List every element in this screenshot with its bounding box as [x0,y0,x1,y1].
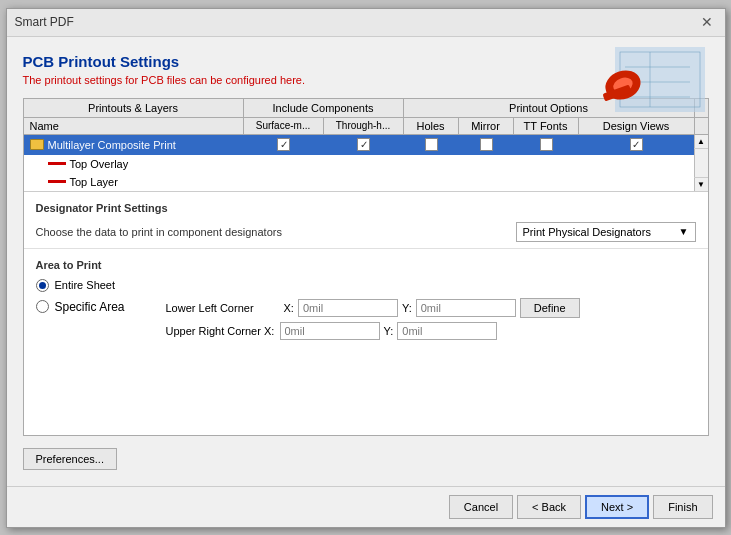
row1-dv-cb[interactable] [630,138,643,151]
row2-surface [244,162,324,166]
row1-mirror[interactable] [459,136,514,153]
main-window: Smart PDF ✕ PCB Printout Settings The pr… [6,8,726,528]
row2-designviews [579,162,694,166]
designator-dropdown[interactable]: Print Physical Designators ▼ [516,222,696,242]
preferences-row: Preferences... [23,444,709,470]
row1-label: Multilayer Composite Print [48,139,176,151]
coordinates-area: Lower Left Corner X: Y: Define Upper Rig… [166,298,580,340]
tsh-name: Name [24,118,244,134]
specific-area-radio[interactable] [36,300,49,313]
upper-right-label: Upper Right Corner X: [166,325,276,337]
dropdown-arrow-icon: ▼ [679,226,689,237]
row1-ttfonts-cb[interactable] [540,138,553,151]
row3-ttfonts [514,180,579,184]
dropdown-value: Print Physical Designators [523,226,651,238]
row2-holes [404,162,459,166]
area-title: Area to Print [36,259,696,271]
cancel-button[interactable]: Cancel [449,495,513,519]
designator-label: Choose the data to print in component de… [36,226,282,238]
window-title: Smart PDF [15,15,74,29]
layer-line-icon2 [48,180,66,183]
upper-right-x-input[interactable] [280,322,380,340]
tsh-through: Through-h... [324,118,404,134]
specific-area-label: Specific Area [55,300,125,314]
lower-left-label: Lower Left Corner [166,302,276,314]
table-row[interactable]: Top Overlay [24,155,694,173]
row3-holes [404,180,459,184]
row3-surface [244,180,324,184]
main-panel: Printouts & Layers Include Components Pr… [23,98,709,436]
titlebar: Smart PDF ✕ [7,9,725,37]
row2-name: Top Overlay [24,156,244,172]
entire-sheet-row: Entire Sheet [36,279,696,292]
pdf-logo-svg [595,47,705,112]
designator-section: Designator Print Settings Choose the dat… [24,192,708,249]
entire-sheet-radio[interactable] [36,279,49,292]
row1-designviews[interactable] [579,136,694,153]
back-button[interactable]: < Back [517,495,581,519]
row1-mirror-cb[interactable] [480,138,493,151]
row3-through [324,180,404,184]
row1-through-cb[interactable] [357,138,370,151]
entire-sheet-label: Entire Sheet [55,279,116,291]
table-subheader-row: Name Surface-m... Through-h... Holes Mir… [24,118,708,135]
lower-left-x-label: X: [284,302,294,314]
scroll-up-arrow[interactable]: ▲ [694,135,708,149]
row1-through[interactable] [324,136,404,153]
layer-line-icon [48,162,66,165]
table-scrollbar[interactable]: ▲ ▼ [694,135,708,191]
preferences-button[interactable]: Preferences... [23,448,117,470]
designator-title: Designator Print Settings [36,202,696,214]
designator-row: Choose the data to print in component de… [36,222,696,242]
tsh-holes: Holes [404,118,459,134]
row3-mirror [459,180,514,184]
row1-surface-cb[interactable] [277,138,290,151]
define-button[interactable]: Define [520,298,580,318]
table-row[interactable]: Multilayer Composite Print [24,135,694,155]
scroll-down-arrow[interactable]: ▼ [694,177,708,191]
table-body-area: Multilayer Composite Print [24,135,708,191]
table-rows-container: Multilayer Composite Print [24,135,694,191]
upper-right-row: Upper Right Corner X: Y: [166,322,580,340]
row1-holes[interactable] [404,136,459,153]
tsh-surface: Surface-m... [244,118,324,134]
lower-left-x-input[interactable] [298,299,398,317]
tsh-ttfonts: TT Fonts [514,118,579,134]
folder-icon [30,139,44,150]
upper-right-y-input[interactable] [397,322,497,340]
row1-name: Multilayer Composite Print [24,137,244,153]
tsh-designviews: Design Views [579,118,694,134]
row3-label: Top Layer [70,176,118,188]
lower-left-row: Lower Left Corner X: Y: Define [166,298,580,318]
specific-area-radio-row: Specific Area [36,298,156,314]
next-button[interactable]: Next > [585,495,649,519]
specific-area-group: Specific Area Lower Left Corner X: Y: De… [36,298,696,340]
row3-designviews [579,180,694,184]
footer-bar: Cancel < Back Next > Finish [7,486,725,527]
row2-mirror [459,162,514,166]
row3-name: Top Layer [24,174,244,190]
row1-surface[interactable] [244,136,324,153]
close-button[interactable]: ✕ [697,14,717,30]
row2-ttfonts [514,162,579,166]
upper-right-y-label: Y: [384,325,394,337]
lower-left-y-label: Y: [402,302,412,314]
th-printouts-layers: Printouts & Layers [24,99,244,117]
th-include-components: Include Components [244,99,404,117]
finish-button[interactable]: Finish [653,495,712,519]
table-section: Printouts & Layers Include Components Pr… [24,99,708,192]
row2-through [324,162,404,166]
table-row[interactable]: Top Layer [24,173,694,191]
lower-left-y-input[interactable] [416,299,516,317]
area-section: Area to Print Entire Sheet Specific Area [24,249,708,435]
row1-holes-cb[interactable] [425,138,438,151]
row1-ttfonts[interactable] [514,136,579,153]
tsh-mirror: Mirror [459,118,514,134]
nav-buttons: Cancel < Back Next > Finish [449,495,713,519]
row2-label: Top Overlay [70,158,129,170]
pdf-logo-area [595,47,705,112]
